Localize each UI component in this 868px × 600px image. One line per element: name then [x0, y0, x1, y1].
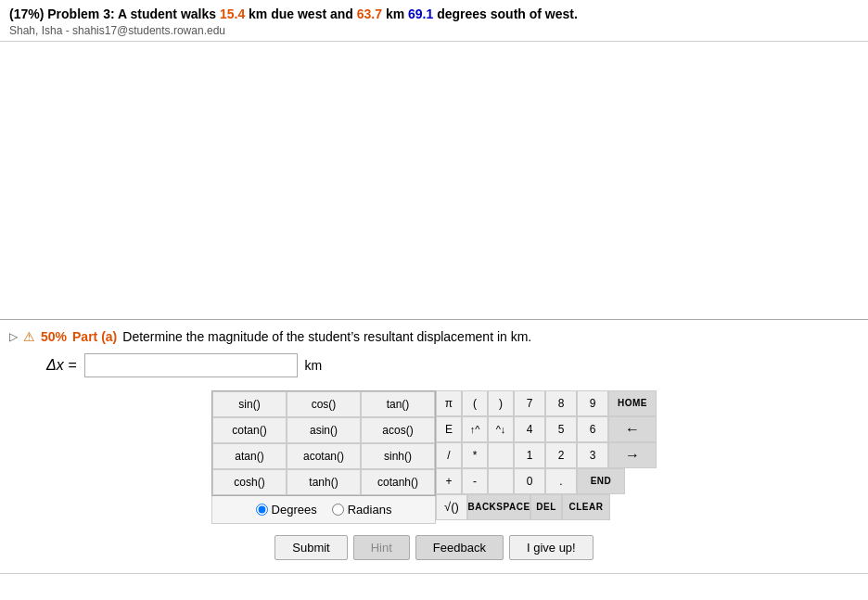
- empty-button: [488, 442, 514, 468]
- num8-button[interactable]: 8: [545, 390, 577, 416]
- left-arrow-button[interactable]: ←: [608, 416, 657, 442]
- right-arrow-button[interactable]: →: [608, 442, 657, 468]
- home-button[interactable]: HOME: [608, 390, 657, 416]
- action-buttons: Submit Hint Feedback I give up!: [9, 535, 859, 560]
- atan-button[interactable]: atan(): [212, 443, 287, 469]
- answer-input[interactable]: [84, 353, 298, 377]
- cosh-button[interactable]: cosh(): [212, 469, 287, 495]
- cotanh-button[interactable]: cotanh(): [361, 469, 435, 495]
- val2-unit: km: [386, 6, 404, 21]
- play-icon[interactable]: ▷: [9, 330, 18, 343]
- student-info: Shah, Isha - shahis17@students.rowan.edu: [9, 24, 859, 37]
- degrees-text: Degrees: [272, 503, 317, 517]
- angle-mode-row: Degrees Radians: [211, 496, 436, 524]
- warning-icon: ⚠: [23, 329, 35, 344]
- acos-button[interactable]: acos(): [361, 417, 435, 443]
- tanh-button[interactable]: tanh(): [287, 469, 361, 495]
- num4-button[interactable]: 4: [514, 416, 545, 442]
- exp-button[interactable]: E: [436, 416, 462, 442]
- value1: 15.4: [220, 6, 245, 21]
- num3-button[interactable]: 3: [577, 442, 608, 468]
- close-paren-button[interactable]: ): [488, 390, 514, 416]
- problem-header: (17%) Problem 3: A student walks 15.4 km…: [0, 0, 868, 42]
- num5-button[interactable]: 5: [545, 416, 577, 442]
- numpad-row4: + - 0 . END: [436, 468, 657, 494]
- num6-button[interactable]: 6: [577, 416, 608, 442]
- num0-button[interactable]: 0: [514, 468, 545, 494]
- asin-button[interactable]: asin(): [287, 417, 361, 443]
- pi-button[interactable]: π: [436, 390, 462, 416]
- open-paren-button[interactable]: (: [462, 390, 488, 416]
- power-down-button[interactable]: ^↓: [488, 416, 514, 442]
- sinh-button[interactable]: sinh(): [361, 443, 435, 469]
- unit-label: km: [305, 358, 323, 373]
- divide-button[interactable]: /: [436, 442, 462, 468]
- function-buttons: sin() cos() tan() cotan() asin() acos() …: [211, 390, 436, 496]
- part-header: ▷ ⚠ 50% Part (a) Determine the magnitude…: [9, 329, 859, 344]
- percent-label: (17%): [9, 6, 44, 21]
- problem-text: A student walks: [118, 6, 216, 21]
- minus-button[interactable]: -: [462, 468, 488, 494]
- numpad-row5: √() BACKSPACE DEL CLEAR: [436, 494, 657, 520]
- acotan-button[interactable]: acotan(): [287, 443, 361, 469]
- feedback-button[interactable]: Feedback: [415, 535, 504, 560]
- calculator-area: sin() cos() tan() cotan() asin() acos() …: [9, 390, 859, 524]
- clear-button[interactable]: CLEAR: [562, 494, 610, 520]
- num7-button[interactable]: 7: [514, 390, 545, 416]
- degrees-radio[interactable]: [256, 504, 268, 516]
- delta-label: Δx =: [46, 357, 77, 374]
- num1-button[interactable]: 1: [514, 442, 545, 468]
- val3-unit: degrees south of west.: [437, 6, 578, 21]
- part-description: Determine the magnitude of the student’s…: [122, 329, 531, 344]
- giveup-button[interactable]: I give up!: [509, 535, 594, 560]
- plus-button[interactable]: +: [436, 468, 462, 494]
- part-percent: 50%: [41, 329, 67, 344]
- multiply-button[interactable]: *: [462, 442, 488, 468]
- numpad-row2: E ↑^ ^↓ 4 5 6 ←: [436, 416, 657, 442]
- numpad-section: π ( ) 7 8 9 HOME E ↑^ ^↓ 4 5 6 ←: [436, 390, 657, 524]
- whiteboard: [0, 42, 868, 320]
- backspace-button[interactable]: BACKSPACE: [467, 494, 530, 520]
- degrees-label[interactable]: Degrees: [256, 503, 317, 517]
- numpad-row1: π ( ) 7 8 9 HOME: [436, 390, 657, 416]
- cos-button[interactable]: cos(): [287, 391, 361, 417]
- value3: 69.1: [408, 6, 433, 21]
- tan-button[interactable]: tan(): [361, 391, 435, 417]
- submit-button[interactable]: Submit: [274, 535, 347, 560]
- main-area: ▷ ⚠ 50% Part (a) Determine the magnitude…: [0, 42, 868, 574]
- sin-button[interactable]: sin(): [212, 391, 287, 417]
- radians-text: Radians: [348, 503, 392, 517]
- decimal-button[interactable]: .: [545, 468, 577, 494]
- radians-radio[interactable]: [332, 504, 344, 516]
- part-label: Part (a): [72, 329, 117, 344]
- input-row: Δx = km: [46, 353, 859, 377]
- numpad-row3: / * 1 2 3 →: [436, 442, 657, 468]
- problem-title: (17%) Problem 3: A student walks 15.4 km…: [9, 6, 859, 24]
- problem-label: Problem 3:: [47, 6, 114, 21]
- cotan-button[interactable]: cotan(): [212, 417, 287, 443]
- num9-button[interactable]: 9: [577, 390, 608, 416]
- sqrt-button[interactable]: √(): [436, 494, 467, 520]
- radians-label[interactable]: Radians: [332, 503, 392, 517]
- end-button[interactable]: END: [577, 468, 625, 494]
- empty2-button: [488, 468, 514, 494]
- part-a-section: ▷ ⚠ 50% Part (a) Determine the magnitude…: [0, 320, 868, 574]
- power-up-button[interactable]: ↑^: [462, 416, 488, 442]
- num2-button[interactable]: 2: [545, 442, 577, 468]
- val1-unit: km due west and: [249, 6, 353, 21]
- value2: 63.7: [357, 6, 382, 21]
- hint-button[interactable]: Hint: [353, 535, 410, 560]
- del-button[interactable]: DEL: [530, 494, 562, 520]
